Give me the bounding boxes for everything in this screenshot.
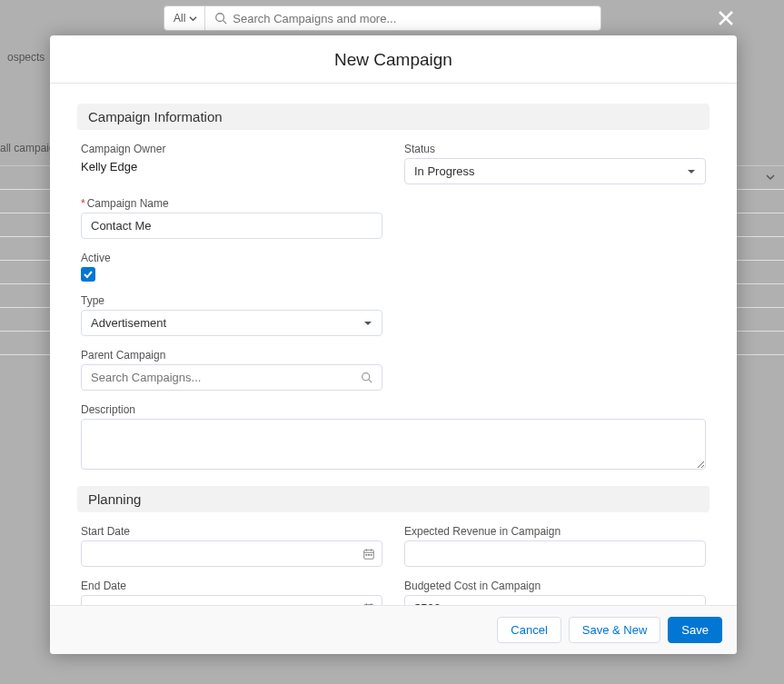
- label-start-date: Start Date: [81, 525, 382, 538]
- close-icon: [717, 9, 735, 27]
- end-date-input[interactable]: [81, 595, 382, 605]
- chevron-down-icon: [687, 167, 696, 176]
- required-indicator: *: [81, 197, 85, 210]
- search-icon: [361, 372, 372, 383]
- field-campaign-owner: Campaign Owner Kelly Edge: [81, 143, 382, 184]
- svg-rect-12: [371, 554, 372, 556]
- save-and-new-button[interactable]: Save & New: [569, 617, 661, 643]
- calendar-icon[interactable]: [362, 548, 375, 560]
- new-campaign-modal: New Campaign Campaign Information Campai…: [50, 35, 737, 654]
- page-backdrop: All ospects all campaig New Campaign Cam…: [0, 0, 784, 684]
- svg-rect-10: [366, 554, 368, 556]
- cancel-button[interactable]: Cancel: [497, 617, 561, 643]
- background-filter-label: all campaig: [0, 142, 55, 154]
- label-type: Type: [81, 294, 382, 307]
- campaign-name-input[interactable]: [81, 213, 382, 239]
- label-budgeted-cost: Budgeted Cost in Campaign: [404, 580, 706, 592]
- chevron-down-icon: [363, 319, 372, 328]
- type-selected-value: Advertisement: [91, 316, 166, 330]
- status-selected-value: In Progress: [414, 164, 474, 178]
- save-button[interactable]: Save: [668, 617, 722, 643]
- calendar-icon[interactable]: [362, 602, 375, 606]
- description-textarea[interactable]: [81, 419, 706, 470]
- svg-line-1: [223, 21, 227, 25]
- field-expected-revenue: Expected Revenue in Campaign: [404, 525, 706, 567]
- start-date-input[interactable]: [81, 540, 382, 567]
- field-parent-campaign: Parent Campaign: [81, 349, 382, 391]
- column-sort-chevron[interactable]: [766, 169, 775, 185]
- modal-footer: Cancel Save & New Save: [50, 605, 737, 654]
- field-start-date: Start Date: [81, 525, 382, 567]
- search-icon: [214, 12, 227, 25]
- background-tab: ospects: [0, 45, 52, 69]
- section-planning: Planning: [77, 486, 710, 512]
- search-scope-selector[interactable]: All: [164, 6, 205, 30]
- expected-revenue-input[interactable]: [404, 540, 706, 567]
- search-input[interactable]: [233, 12, 600, 25]
- field-campaign-name: *Campaign Name: [81, 197, 382, 239]
- budgeted-cost-input[interactable]: [404, 595, 706, 605]
- field-end-date: End Date: [81, 580, 382, 605]
- parent-campaign-lookup[interactable]: [81, 364, 382, 391]
- label-status: Status: [404, 143, 706, 155]
- field-budgeted-cost: Budgeted Cost in Campaign: [404, 580, 706, 605]
- label-parent-campaign: Parent Campaign: [81, 349, 382, 362]
- label-campaign-owner: Campaign Owner: [81, 143, 382, 155]
- type-select[interactable]: Advertisement: [81, 310, 382, 336]
- search-scope-label: All: [174, 12, 185, 25]
- modal-body: Campaign Information Campaign Owner Kell…: [50, 84, 737, 605]
- label-expected-revenue: Expected Revenue in Campaign: [404, 525, 706, 538]
- field-active: Active: [81, 252, 382, 282]
- label-description: Description: [81, 403, 706, 416]
- check-icon: [84, 270, 93, 279]
- close-button[interactable]: [717, 9, 735, 27]
- svg-line-5: [369, 380, 372, 382]
- svg-rect-11: [368, 554, 370, 556]
- svg-rect-13: [364, 604, 374, 605]
- active-checkbox[interactable]: [81, 267, 95, 282]
- section-campaign-information: Campaign Information: [77, 104, 710, 130]
- modal-title: New Campaign: [50, 35, 737, 84]
- parent-campaign-input[interactable]: [91, 371, 361, 384]
- label-campaign-name: *Campaign Name: [81, 197, 382, 210]
- field-status: Status In Progress: [404, 143, 706, 184]
- svg-point-4: [362, 373, 370, 381]
- field-description: Description: [81, 403, 706, 473]
- global-search: All: [164, 5, 601, 31]
- field-type: Type Advertisement: [81, 294, 382, 336]
- svg-point-0: [216, 14, 224, 22]
- chevron-down-icon: [766, 173, 775, 182]
- chevron-down-icon: [189, 15, 197, 23]
- label-active: Active: [81, 252, 382, 264]
- status-select[interactable]: In Progress: [404, 158, 706, 184]
- label-end-date: End Date: [81, 580, 382, 592]
- value-campaign-owner: Kelly Edge: [81, 158, 382, 173]
